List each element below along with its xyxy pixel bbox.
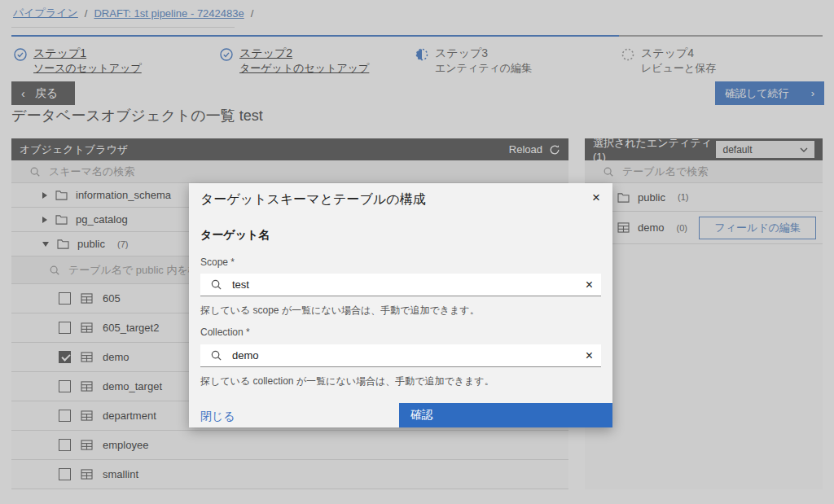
clear-icon[interactable]: × xyxy=(586,349,593,362)
scope-input[interactable]: test × xyxy=(200,274,601,296)
clear-icon[interactable]: × xyxy=(586,278,593,291)
collection-helper-text: 探している collection が一覧にない場合は、手動で追加できます。 xyxy=(200,375,494,388)
confirm-button[interactable]: 確認 xyxy=(399,403,612,427)
app-root: パイプライン / DRAFT: 1st pipeline - 7242483e … xyxy=(0,0,834,504)
scope-helper-text: 探している scope が一覧にない場合は、手動で追加できます。 xyxy=(200,304,480,318)
target-config-modal: ターゲットスキーマとテーブルの構成 × ターゲット名 Scope * test … xyxy=(189,183,612,427)
collection-value: demo xyxy=(232,349,576,362)
collection-input[interactable]: demo × xyxy=(200,344,601,367)
modal-title: ターゲットスキーマとテーブルの構成 xyxy=(200,191,426,208)
modal-section-title: ターゲット名 xyxy=(200,228,270,243)
close-icon[interactable]: × xyxy=(588,190,604,206)
search-icon xyxy=(210,349,222,362)
modal-close-link[interactable]: 閉じる xyxy=(200,410,235,424)
scope-label: Scope * xyxy=(200,256,235,268)
search-icon xyxy=(210,278,222,291)
scope-value: test xyxy=(232,278,576,291)
collection-label: Collection * xyxy=(200,327,250,338)
